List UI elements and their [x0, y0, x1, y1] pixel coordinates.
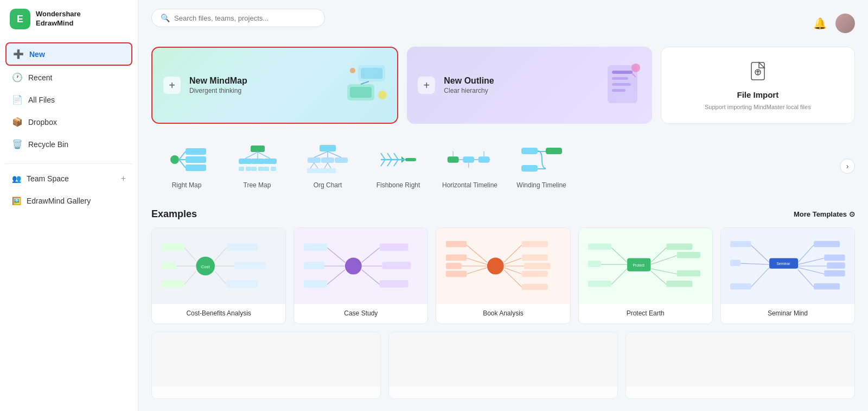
- example-seminar-mind-thumb: Seminar: [721, 228, 854, 304]
- svg-line-143: [798, 268, 824, 274]
- example-seminar-mind[interactable]: Seminar: [720, 227, 855, 324]
- new-mindmap-card[interactable]: + New MindMap Divergent thinking: [151, 47, 398, 124]
- example-book-analysis[interactable]: Book Analysis: [436, 227, 570, 324]
- svg-line-125: [650, 256, 676, 264]
- example-case-study-thumb: [294, 228, 427, 304]
- svg-text:Cost: Cost: [201, 264, 210, 269]
- fishbone-label: Fishbone Right: [376, 181, 420, 189]
- template-winding-timeline[interactable]: Winding Timeline: [506, 139, 577, 193]
- svg-rect-151: [730, 260, 741, 266]
- svg-rect-128: [666, 244, 692, 250]
- svg-rect-152: [730, 283, 751, 290]
- main-content: 🔍 🔔 + New MindMap Divergent thinking: [138, 0, 868, 411]
- svg-rect-46: [307, 168, 315, 173]
- gallery-icon: 🖼️: [12, 197, 21, 205]
- more-templates-label: More Templates: [794, 210, 847, 218]
- svg-line-45: [314, 163, 318, 168]
- template-right-map[interactable]: Right Map: [151, 139, 222, 193]
- svg-rect-117: [446, 263, 462, 269]
- org-chart-diagram: [303, 143, 352, 176]
- svg-line-49: [328, 163, 331, 168]
- svg-rect-106: [521, 241, 547, 248]
- svg-text:Seminar: Seminar: [777, 262, 791, 265]
- sidebar: E Wondershare EdrawMind ➕ New 🕐 Recent 📄…: [0, 0, 138, 411]
- svg-rect-51: [328, 168, 336, 173]
- mindmap-illustration: [342, 60, 391, 111]
- svg-line-127: [650, 271, 666, 284]
- example-book-analysis-label: Book Analysis: [436, 304, 570, 324]
- notification-bell-icon[interactable]: 🔔: [813, 17, 827, 30]
- example-case-study[interactable]: Case Study: [293, 227, 428, 324]
- tree-map-label: Tree Map: [244, 181, 271, 189]
- svg-rect-34: [258, 167, 264, 171]
- sidebar-divider: [5, 163, 132, 164]
- sidebar-item-recyclebin[interactable]: 🗑️ Recycle Bin: [5, 134, 132, 155]
- svg-rect-22: [186, 156, 206, 163]
- template-next-button[interactable]: ›: [840, 159, 855, 174]
- top-area: 🔍 🔔: [151, 9, 855, 38]
- teamspace-add-icon[interactable]: +: [121, 174, 126, 184]
- search-icon: 🔍: [161, 14, 170, 22]
- sidebar-item-allfiles[interactable]: 📄 All Files: [5, 89, 132, 110]
- svg-line-102: [503, 258, 521, 265]
- example-protect-earth-label: Protect Earth: [579, 304, 712, 324]
- svg-rect-134: [588, 281, 611, 287]
- svg-line-6: [361, 81, 369, 84]
- svg-line-111: [467, 245, 487, 262]
- outline-subtitle: Clear hierarchy: [444, 87, 494, 94]
- allfiles-icon: 📄: [12, 94, 23, 105]
- user-avatar[interactable]: [835, 14, 855, 33]
- sidebar-item-teamspace[interactable]: 👥 Team Space +: [5, 168, 132, 189]
- svg-rect-146: [824, 255, 845, 261]
- new-icon: ➕: [13, 49, 24, 59]
- file-import-icon: [747, 60, 769, 86]
- template-horizontal-timeline[interactable]: Horizontal Timeline: [433, 139, 506, 193]
- new-outline-plus-icon: +: [418, 77, 435, 94]
- fishbone-diagram: [374, 143, 423, 176]
- svg-line-58: [381, 160, 385, 166]
- tree-map-diagram: [233, 143, 282, 176]
- svg-rect-41: [308, 157, 321, 163]
- example-placeholder-1[interactable]: [151, 332, 381, 399]
- svg-point-12: [631, 64, 640, 72]
- svg-rect-23: [186, 165, 206, 171]
- teamspace-icon: 👥: [12, 174, 21, 183]
- svg-rect-92: [382, 262, 411, 269]
- fileimport-title: File Import: [737, 90, 778, 99]
- example-placeholder-2[interactable]: [388, 332, 618, 399]
- dropbox-icon: 📦: [12, 117, 23, 127]
- sidebar-item-dropbox[interactable]: 📦 Dropbox: [5, 111, 132, 132]
- svg-line-25: [245, 152, 258, 159]
- new-outline-card[interactable]: + New Outline Clear hierarchy: [407, 47, 652, 124]
- example-seminar-mind-label: Seminar Mind: [721, 304, 854, 324]
- search-input[interactable]: [174, 14, 316, 22]
- sidebar-item-new[interactable]: ➕ New: [5, 42, 132, 66]
- new-mindmap-plus-icon: +: [163, 77, 181, 94]
- more-templates-link[interactable]: More Templates ⊙: [794, 210, 855, 218]
- template-org-chart[interactable]: Org Chart: [292, 139, 363, 193]
- example-placeholder-3[interactable]: [626, 332, 855, 399]
- example-protect-earth[interactable]: Protect: [578, 227, 713, 324]
- svg-line-112: [467, 258, 487, 265]
- example-cost-benefits[interactable]: Cost Cost-Benefi: [151, 227, 286, 324]
- sidebar-item-gallery[interactable]: 🖼️ EdrawMind Gallery: [5, 191, 132, 211]
- svg-line-59: [387, 160, 392, 166]
- svg-rect-9: [612, 77, 628, 80]
- svg-point-17: [170, 155, 179, 164]
- svg-point-100: [487, 258, 504, 275]
- svg-rect-98: [303, 262, 324, 269]
- svg-rect-28: [239, 159, 252, 164]
- svg-rect-147: [827, 262, 845, 269]
- file-import-card[interactable]: File Import Support importing MindMaster…: [661, 47, 855, 124]
- create-cards-row: + New MindMap Divergent thinking +: [151, 47, 855, 124]
- svg-rect-131: [666, 281, 692, 287]
- template-fishbone-right[interactable]: Fishbone Right: [363, 139, 433, 193]
- svg-rect-1: [361, 68, 382, 79]
- sidebar-item-recent-label: Recent: [28, 73, 52, 82]
- svg-line-105: [503, 270, 521, 287]
- template-tree-map[interactable]: Tree Map: [222, 139, 292, 193]
- mindmap-title: New MindMap: [189, 76, 247, 86]
- sidebar-item-recent[interactable]: 🕐 Recent: [5, 67, 132, 88]
- svg-line-83: [184, 271, 196, 284]
- search-bar[interactable]: 🔍: [151, 9, 325, 27]
